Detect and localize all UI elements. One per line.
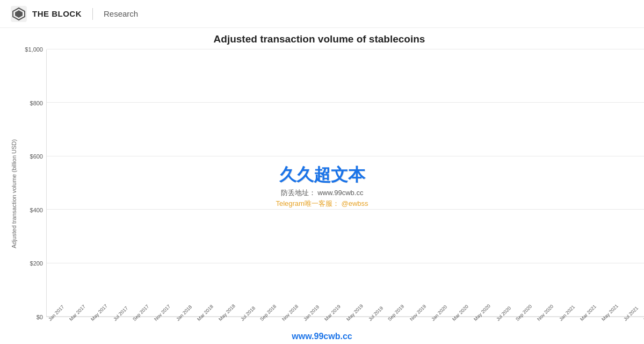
grid-line — [47, 102, 644, 103]
y-ticks: $1,000$800$600$400$200$0 — [19, 49, 46, 317]
y-tick: $400 — [30, 207, 43, 213]
research-label: Research — [104, 9, 138, 18]
bars-wrapper — [47, 49, 644, 317]
y-tick: $200 — [30, 260, 43, 267]
grid-and-bars: $1,000$800$600$400$200$0 HUSDGemini doll… — [19, 49, 644, 317]
logo-area: THE BLOCK Research — [11, 6, 138, 22]
grid-line — [47, 49, 644, 49]
x-axis: Jan 2017Mar 2017May 2017Jul 2017Sep 2017… — [19, 318, 644, 339]
grid-line — [47, 209, 644, 210]
grid-line — [47, 156, 644, 156]
chart-inner: $1,000$800$600$400$200$0 HUSDGemini doll… — [19, 49, 644, 339]
chart-container: Adjusted transaction volume of stablecoi… — [0, 28, 644, 344]
logo-text: THE BLOCK — [32, 9, 82, 18]
header-divider — [92, 8, 93, 20]
chart-title: Adjusted transaction volume of stablecoi… — [11, 33, 628, 45]
y-tick: $600 — [30, 153, 43, 160]
chart-body: Adjusted transaction volume (billion USD… — [11, 49, 628, 339]
y-tick: $800 — [30, 100, 43, 106]
plot-area — [46, 49, 644, 317]
y-tick: $1,000 — [25, 46, 43, 53]
grid-line — [47, 263, 644, 263]
header: THE BLOCK Research — [0, 0, 644, 28]
logo-icon — [11, 6, 27, 22]
y-tick: $0 — [37, 314, 43, 320]
y-axis-label: Adjusted transaction volume (billion USD… — [11, 49, 17, 339]
